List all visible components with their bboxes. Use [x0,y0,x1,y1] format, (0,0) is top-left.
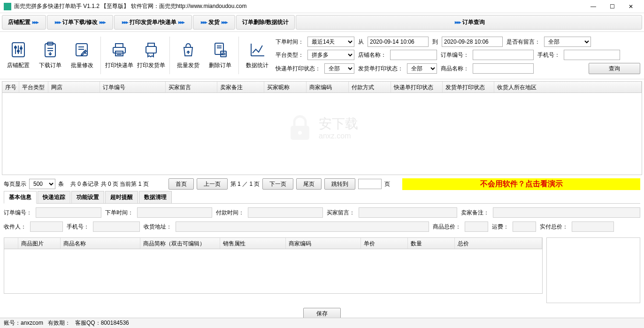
svg-rect-19 [146,46,156,53]
step-ship[interactable]: ▸▸▸发货▸▸▸ [193,15,235,30]
maximize-button[interactable]: ☐ [603,0,621,13]
toolbar-row: 店铺配置 下载订单 批量修改 打印快递单 打印发货单 批量发货 删除订单 [0,32,644,79]
express-print-label: 快递单打印状态： [276,65,321,73]
tool-shop-config[interactable]: 店铺配置 [3,35,34,75]
shop-name-input[interactable] [390,50,437,60]
tool-download-orders[interactable]: 下载订单 [35,35,66,75]
tab-data-clean[interactable]: 数据清理 [139,191,172,203]
from-label: 从 [358,38,364,46]
detail-pay-time[interactable] [248,207,323,218]
lock-icon [286,114,314,142]
express-print-select[interactable]: 全部 [324,63,354,74]
tab-timeout[interactable]: 超时提醒 [105,191,138,203]
order-table-header: 序号 平台类型 网店 订单编号 买家留言 卖家备注 买家昵称 商家编码 付款方式… [2,82,642,93]
detail-buyer-msg[interactable] [359,207,457,218]
clipboard-download-icon [41,41,59,59]
order-time-select[interactable]: 最近14天 [307,37,354,47]
step-tabs: 店铺配置▸▸▸ ▸▸▸订单下载/修改▸▸▸ ▸▸▸打印发货单/快递单▸▸▸ ▸▸… [0,13,644,32]
tab-func-settings[interactable]: 功能设置 [71,191,104,203]
svg-point-28 [298,131,302,135]
last-page-button[interactable]: 尾页 [296,178,322,190]
step-delete-stats[interactable]: 订单删除/数据统计 [236,15,295,30]
receipt-printer-icon [142,41,160,59]
prev-page-button[interactable]: 上一页 [197,178,228,190]
jump-button[interactable]: 跳转到 [324,178,355,190]
minimize-button[interactable]: — [584,0,603,13]
phone-input[interactable] [564,50,620,60]
shop-name-label: 店铺名称： [358,51,386,59]
tool-print-express[interactable]: 打印快递单 [104,35,135,75]
goods-table: 商品图片 商品名称 商品简称（双击可编辑） 销售属性 商家编码 单价 数量 总价 [4,237,543,294]
app-icon [4,3,11,10]
detail-seller-note[interactable] [493,207,640,218]
next-page-button[interactable]: 下一页 [262,178,293,190]
per-page-select[interactable]: 500 [29,179,55,189]
order-no-label: 订单编号： [441,51,469,59]
detail-address[interactable] [176,221,429,232]
tool-batch-ship[interactable]: 批量发货 [173,35,204,75]
step-print[interactable]: ▸▸▸打印发货单/快递单▸▸▸ [114,15,192,30]
close-button[interactable]: ✕ [621,0,640,13]
detail-phone[interactable] [93,221,140,232]
step-shop-config[interactable]: 店铺配置▸▸▸ [2,15,46,30]
tab-tracking[interactable]: 快递追踪 [38,191,70,203]
jump-page-input[interactable] [358,179,382,189]
to-label: 到 [432,38,438,46]
statusbar: 账号：anxzcom 有效期： 客服QQ：800184536 [0,318,644,328]
step-order-download[interactable]: ▸▸▸订单下载/修改▸▸▸ [47,15,113,30]
printer-icon [110,41,128,59]
phone-label: 手机号： [537,51,560,59]
has-msg-label: 是否有留言： [506,38,540,46]
svg-rect-14 [113,47,125,53]
detail-goods-total[interactable] [465,221,488,232]
preview-box [546,237,640,303]
tool-print-ship[interactable]: 打印发货单 [136,35,167,75]
watermark: 安下载anxz.com [286,114,358,142]
from-date-input[interactable] [368,37,429,47]
order-table: 序号 平台类型 网店 订单编号 买家留言 卖家备注 买家昵称 商家编码 付款方式… [2,81,642,175]
sliders-icon [9,41,27,59]
step-order-query[interactable]: ▸▸▸订单查询 [296,15,642,30]
tool-batch-edit[interactable]: 批量修改 [67,35,98,75]
detail-body: 订单编号： 下单时间： 付款时间： 买家留言： 卖家备注： 收件人： 手机号： … [0,204,644,236]
detail-receiver[interactable] [30,221,63,232]
status-qq: 客服QQ：800184536 [75,319,129,327]
status-account: 账号：anxzcom [4,319,43,327]
goods-name-label: 商品名称： [441,65,469,73]
platform-label: 平台类型： [276,51,304,59]
query-button[interactable]: 查询 [589,63,640,74]
first-page-button[interactable]: 首页 [169,178,194,190]
detail-pay-total[interactable] [572,221,614,232]
tool-delete-orders[interactable]: 删除订单 [205,35,236,75]
platform-select[interactable]: 拼多多 [307,50,354,60]
tab-basic-info[interactable]: 基本信息 [4,191,37,204]
tool-stats[interactable]: 数据统计 [242,35,273,75]
pager-total: 共 0 条记录 共 0 页 当前第 1 页 [70,180,149,188]
window-title: 面兜兜拼多多快递打单助手 V1.1.2 【至尊版】 软件官网：面兜兜http:/… [14,2,246,10]
has-msg-select[interactable]: 全部 [544,37,591,47]
ship-print-select[interactable]: 全部 [407,63,437,74]
edit-icon [73,41,91,59]
to-date-input[interactable] [442,37,503,47]
doc-trash-icon [211,41,229,59]
filter-panel: 下单时间： 最近14天 从 到 是否有留言： 全部 平台类型： 拼多多 店铺名称… [274,34,642,77]
pager: 每页显示 500 条 共 0 条记录 共 0 页 当前第 1 页 首页 上一页 … [0,177,644,191]
titlebar: 面兜兜拼多多快递打单助手 V1.1.2 【至尊版】 软件官网：面兜兜http:/… [0,0,644,13]
status-expire: 有效期： [48,319,70,327]
chart-icon [248,41,266,59]
svg-rect-15 [115,44,123,47]
detail-tabs: 基本信息 快递追踪 功能设置 超时提醒 数据清理 [4,191,640,204]
sub-table-area: 商品图片 商品名称 商品简称（双击可编辑） 销售属性 商家编码 单价 数量 总价 [4,237,640,303]
order-time-label: 下单时间： [276,38,304,46]
goods-name-input[interactable] [473,63,534,74]
order-no-input[interactable] [473,50,534,60]
page-info: 第 1 ／ 1 页 [230,180,260,188]
detail-order-no[interactable] [36,207,101,218]
detail-ship-fee[interactable] [513,221,536,232]
detail-order-time[interactable] [137,207,212,218]
demo-banner[interactable]: 不会用软件？点击看演示 [402,178,640,190]
ship-print-label: 发货单打印状态： [358,65,403,73]
bag-upload-icon [179,41,197,59]
